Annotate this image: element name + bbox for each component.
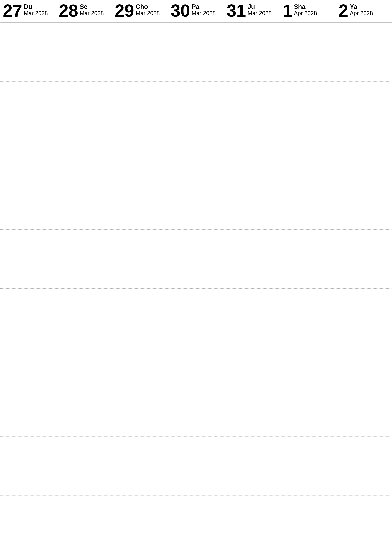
- time-slot-1-6[interactable]: [56, 200, 112, 230]
- time-slot-4-14[interactable]: [224, 437, 280, 466]
- time-slot-3-4[interactable]: [168, 141, 224, 170]
- time-slot-2-11[interactable]: [112, 348, 168, 377]
- time-slot-2-5[interactable]: [112, 170, 168, 200]
- time-slot-5-2[interactable]: [280, 82, 336, 111]
- time-slot-6-10[interactable]: [336, 318, 392, 348]
- time-slot-0-3[interactable]: [0, 111, 56, 141]
- time-slot-4-4[interactable]: [224, 141, 280, 170]
- time-slot-1-7[interactable]: [56, 230, 112, 259]
- time-slot-2-2[interactable]: [112, 82, 168, 111]
- time-slot-3-0[interactable]: [168, 22, 224, 52]
- time-slot-1-3[interactable]: [56, 111, 112, 141]
- time-slot-1-8[interactable]: [56, 259, 112, 289]
- day-column-5[interactable]: [280, 22, 336, 555]
- time-slot-4-8[interactable]: [224, 259, 280, 289]
- time-slot-0-15[interactable]: [0, 466, 56, 496]
- time-slot-6-13[interactable]: [336, 407, 392, 437]
- time-slot-6-17[interactable]: [336, 525, 392, 555]
- time-slot-4-6[interactable]: [224, 200, 280, 230]
- time-slot-3-8[interactable]: [168, 259, 224, 289]
- time-slot-3-11[interactable]: [168, 348, 224, 377]
- time-slot-5-17[interactable]: [280, 525, 336, 555]
- time-slot-2-16[interactable]: [112, 496, 168, 525]
- time-slot-6-3[interactable]: [336, 111, 392, 141]
- time-slot-0-14[interactable]: [0, 437, 56, 466]
- time-slot-5-6[interactable]: [280, 200, 336, 230]
- day-column-2[interactable]: [112, 22, 168, 555]
- time-slot-2-6[interactable]: [112, 200, 168, 230]
- time-slot-1-4[interactable]: [56, 141, 112, 170]
- time-slot-3-10[interactable]: [168, 318, 224, 348]
- time-slot-4-13[interactable]: [224, 407, 280, 437]
- time-slot-5-8[interactable]: [280, 259, 336, 289]
- time-slot-5-0[interactable]: [280, 22, 336, 52]
- time-slot-5-13[interactable]: [280, 407, 336, 437]
- time-slot-1-14[interactable]: [56, 437, 112, 466]
- time-slot-2-3[interactable]: [112, 111, 168, 141]
- time-slot-2-12[interactable]: [112, 377, 168, 407]
- time-slot-3-1[interactable]: [168, 52, 224, 82]
- time-slot-2-13[interactable]: [112, 407, 168, 437]
- time-slot-5-7[interactable]: [280, 230, 336, 259]
- time-slot-2-4[interactable]: [112, 141, 168, 170]
- time-slot-6-7[interactable]: [336, 230, 392, 259]
- time-slot-4-7[interactable]: [224, 230, 280, 259]
- time-slot-4-2[interactable]: [224, 82, 280, 111]
- time-slot-6-4[interactable]: [336, 141, 392, 170]
- time-slot-2-17[interactable]: [112, 525, 168, 555]
- time-slot-1-10[interactable]: [56, 318, 112, 348]
- time-slot-5-9[interactable]: [280, 289, 336, 318]
- time-slot-5-4[interactable]: [280, 141, 336, 170]
- time-slot-2-15[interactable]: [112, 466, 168, 496]
- time-slot-3-2[interactable]: [168, 82, 224, 111]
- day-column-3[interactable]: [168, 22, 224, 555]
- time-slot-1-15[interactable]: [56, 466, 112, 496]
- time-slot-6-0[interactable]: [336, 22, 392, 52]
- time-slot-6-11[interactable]: [336, 348, 392, 377]
- time-slot-1-5[interactable]: [56, 170, 112, 200]
- day-column-4[interactable]: [224, 22, 280, 555]
- time-slot-0-0[interactable]: [0, 22, 56, 52]
- time-slot-5-14[interactable]: [280, 437, 336, 466]
- time-slot-4-0[interactable]: [224, 22, 280, 52]
- time-slot-6-1[interactable]: [336, 52, 392, 82]
- time-slot-2-10[interactable]: [112, 318, 168, 348]
- time-slot-6-8[interactable]: [336, 259, 392, 289]
- time-slot-3-13[interactable]: [168, 407, 224, 437]
- time-slot-1-16[interactable]: [56, 496, 112, 525]
- time-slot-4-15[interactable]: [224, 466, 280, 496]
- day-column-6[interactable]: [336, 22, 392, 555]
- time-slot-4-3[interactable]: [224, 111, 280, 141]
- time-slot-1-9[interactable]: [56, 289, 112, 318]
- time-slot-1-2[interactable]: [56, 82, 112, 111]
- time-slot-4-16[interactable]: [224, 496, 280, 525]
- time-slot-3-14[interactable]: [168, 437, 224, 466]
- day-column-0[interactable]: [0, 22, 56, 555]
- time-slot-3-17[interactable]: [168, 525, 224, 555]
- time-slot-0-2[interactable]: [0, 82, 56, 111]
- time-slot-4-9[interactable]: [224, 289, 280, 318]
- time-slot-5-12[interactable]: [280, 377, 336, 407]
- time-slot-1-17[interactable]: [56, 525, 112, 555]
- time-slot-5-11[interactable]: [280, 348, 336, 377]
- time-slot-4-1[interactable]: [224, 52, 280, 82]
- time-slot-5-5[interactable]: [280, 170, 336, 200]
- time-slot-2-14[interactable]: [112, 437, 168, 466]
- time-slot-0-12[interactable]: [0, 377, 56, 407]
- time-slot-0-7[interactable]: [0, 230, 56, 259]
- time-slot-0-16[interactable]: [0, 496, 56, 525]
- time-slot-2-1[interactable]: [112, 52, 168, 82]
- time-slot-5-15[interactable]: [280, 466, 336, 496]
- time-slot-2-9[interactable]: [112, 289, 168, 318]
- time-slot-1-12[interactable]: [56, 377, 112, 407]
- time-slot-0-1[interactable]: [0, 52, 56, 82]
- time-slot-2-0[interactable]: [112, 22, 168, 52]
- time-slot-0-13[interactable]: [0, 407, 56, 437]
- time-slot-3-15[interactable]: [168, 466, 224, 496]
- time-slot-6-14[interactable]: [336, 437, 392, 466]
- time-slot-5-1[interactable]: [280, 52, 336, 82]
- time-slot-0-4[interactable]: [0, 141, 56, 170]
- day-column-1[interactable]: [56, 22, 112, 555]
- time-slot-4-10[interactable]: [224, 318, 280, 348]
- time-slot-6-5[interactable]: [336, 170, 392, 200]
